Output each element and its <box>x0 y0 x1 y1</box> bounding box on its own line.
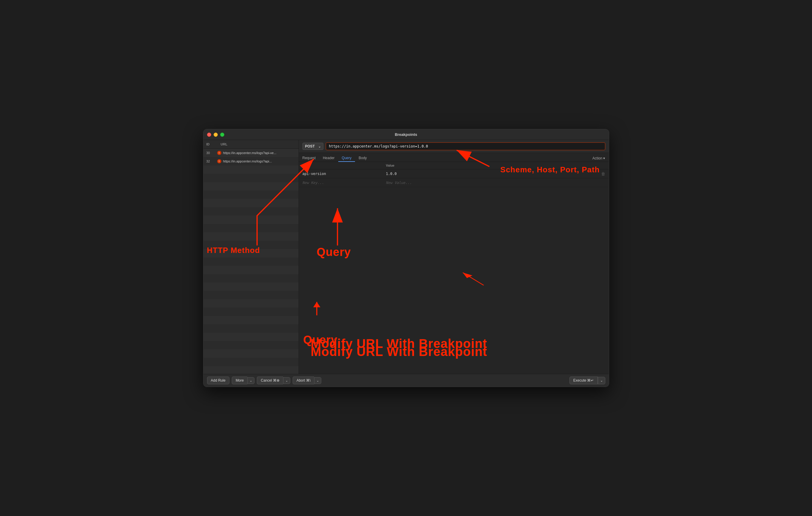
stripe-row <box>203 257 299 266</box>
abort-button[interactable]: Abort ⌘\ <box>293 377 314 384</box>
delete-row-icon[interactable]: 🗑 <box>601 171 605 176</box>
tab-request[interactable]: Request <box>302 155 319 162</box>
cell-key-api-version: api-version <box>302 172 386 176</box>
traffic-lights <box>207 133 224 137</box>
query-row-api-version[interactable]: api-version 1.0.0 🗑 <box>299 169 609 178</box>
stripe-row <box>203 366 299 374</box>
stripe-row <box>203 266 299 274</box>
tab-query[interactable]: Query <box>338 155 355 162</box>
close-button[interactable] <box>207 133 211 137</box>
titlebar: Breakpoints <box>203 129 609 140</box>
add-rule-button[interactable]: Add Rule <box>207 377 229 384</box>
abort-label: Abort ⌘\ <box>296 378 311 382</box>
query-row-new[interactable]: New Key... New Value... <box>299 178 609 187</box>
main-window: Breakpoints ID URL 30 ! https://in.appce… <box>203 129 609 387</box>
col-header-value: Value <box>386 164 605 167</box>
bottom-bar: Add Rule More ⌄ Cancel ⌘⊗ ⌄ Abort ⌘\ ⌄ <box>203 374 609 387</box>
execute-group: Execute ⌘↵ ⌄ <box>570 377 605 384</box>
stripe-row <box>203 307 299 316</box>
col-header-key: Key <box>302 164 386 167</box>
cancel-chevron-icon: ⌄ <box>286 379 288 382</box>
cell-value-api-version: 1.0.0 <box>386 172 601 176</box>
error-icon-32: ! <box>217 159 221 163</box>
stripe-row <box>203 249 299 257</box>
sidebar-col-url: URL <box>221 142 228 146</box>
stripe-row <box>203 224 299 232</box>
stripe-row <box>203 199 299 207</box>
minimize-button[interactable] <box>213 133 218 137</box>
stripe-row <box>203 282 299 291</box>
abort-chevron-icon: ⌄ <box>317 379 319 382</box>
stripe-row <box>203 165 299 174</box>
cancel-label: Cancel ⌘⊗ <box>261 378 280 382</box>
method-label: POST <box>305 144 315 148</box>
stripe-row <box>203 182 299 191</box>
row-url-30: https://in.appcenter.ms/logs?api-ve... <box>223 151 296 155</box>
stripe-row <box>203 333 299 341</box>
add-rule-label: Add Rule <box>211 378 226 382</box>
stripe-row <box>203 316 299 324</box>
row-id-32: 32 <box>206 160 215 163</box>
tabs-bar: Request Header Query Body Action ▾ <box>299 153 609 162</box>
stripe-row <box>203 232 299 241</box>
abort-chevron-button[interactable]: ⌄ <box>314 377 321 384</box>
method-chevron-icon: ⌄ <box>318 145 321 148</box>
cancel-btn-group: Cancel ⌘⊗ ⌄ <box>257 377 290 384</box>
execute-button[interactable]: Execute ⌘↵ <box>570 377 598 384</box>
query-table: Key Value api-version 1.0.0 🗑 New Key...… <box>299 162 609 268</box>
url-bar: POST ⌄ <box>299 140 609 153</box>
sidebar-row-32[interactable]: 32 ! https://in.appcenter.ms/logs?api... <box>203 157 299 165</box>
stripe-row <box>203 341 299 349</box>
stripe-row <box>203 191 299 199</box>
action-label: Action ▾ <box>592 156 605 160</box>
row-id-30: 30 <box>206 151 215 155</box>
sidebar-row-30[interactable]: 30 ! https://in.appcenter.ms/logs?api-ve… <box>203 149 299 157</box>
execute-chevron-button[interactable]: ⌄ <box>598 377 605 384</box>
tab-body[interactable]: Body <box>355 155 370 162</box>
query-annotation-label: Query <box>303 333 338 346</box>
stripe-row <box>203 324 299 333</box>
stripe-row <box>203 207 299 216</box>
more-chevron-icon: ⌄ <box>250 379 252 382</box>
maximize-button[interactable] <box>220 133 224 137</box>
main-area: Query Modify URL With Breakpoint <box>299 268 609 374</box>
modify-url-annotation-label: Modify URL With Breakpoint <box>311 345 488 359</box>
error-icon-30: ! <box>217 151 221 155</box>
stripe-row <box>203 174 299 182</box>
more-btn-group: More ⌄ <box>232 377 255 384</box>
execute-chevron-icon: ⌄ <box>600 379 603 382</box>
sidebar: ID URL 30 ! https://in.appcenter.ms/logs… <box>203 140 299 374</box>
method-selector[interactable]: POST ⌄ <box>302 143 323 150</box>
arrows-svg <box>299 268 609 374</box>
action-dropdown[interactable]: Action ▾ <box>592 156 605 160</box>
stripe-row <box>203 216 299 224</box>
stripe-row <box>203 241 299 249</box>
new-key-placeholder: New Key... <box>302 181 386 185</box>
sidebar-col-id: ID <box>206 142 219 146</box>
window-body: ID URL 30 ! https://in.appcenter.ms/logs… <box>203 140 609 374</box>
new-value-placeholder: New Value... <box>386 181 605 185</box>
main-content: POST ⌄ Request Header Query Body Action … <box>299 140 609 374</box>
stripe-row <box>203 349 299 358</box>
more-chevron-button[interactable]: ⌄ <box>247 377 255 384</box>
stripe-row <box>203 358 299 366</box>
stripe-rows <box>203 165 299 374</box>
sidebar-rows: 30 ! https://in.appcenter.ms/logs?api-ve… <box>203 149 299 374</box>
sidebar-header: ID URL <box>203 140 299 149</box>
execute-label: Execute ⌘↵ <box>573 378 594 382</box>
stripe-row <box>203 291 299 299</box>
more-button[interactable]: More <box>232 377 247 384</box>
url-input[interactable] <box>326 142 605 150</box>
tab-header[interactable]: Header <box>319 155 338 162</box>
stripe-row <box>203 274 299 282</box>
cancel-button[interactable]: Cancel ⌘⊗ <box>257 377 283 384</box>
table-header: Key Value <box>299 162 609 169</box>
more-label: More <box>236 378 244 382</box>
abort-btn-group: Abort ⌘\ ⌄ <box>293 377 321 384</box>
cancel-chevron-button[interactable]: ⌄ <box>283 377 290 384</box>
stripe-row <box>203 299 299 307</box>
window-title: Breakpoints <box>395 132 417 137</box>
row-url-32: https://in.appcenter.ms/logs?api... <box>223 160 296 163</box>
